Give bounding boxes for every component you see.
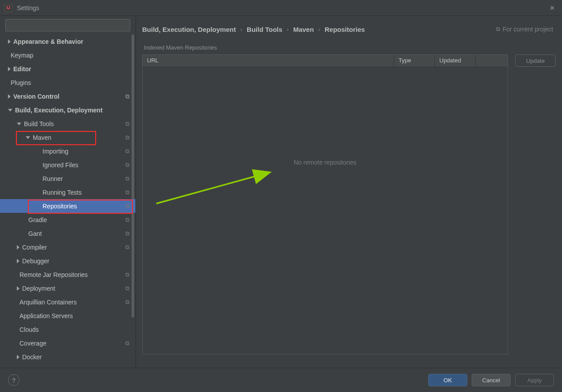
tree-coverage[interactable]: Coverage⧉ xyxy=(0,336,136,350)
titlebar: IJ Settings ✕ xyxy=(0,0,562,16)
tree-label: Deployment xyxy=(22,285,55,292)
tree-remote-jar[interactable]: Remote Jar Repositories⧉ xyxy=(0,268,136,281)
tree-clouds[interactable]: Clouds xyxy=(0,323,136,336)
for-current-project: ⧉ For current project xyxy=(496,26,553,33)
tree-label: Application Servers xyxy=(19,312,73,319)
col-url[interactable]: URL xyxy=(143,55,394,67)
tree-label: Importing xyxy=(43,148,68,155)
tree-label: Gradle xyxy=(28,216,47,223)
window-title: Settings xyxy=(17,4,39,12)
tree-label: Repositories xyxy=(43,203,77,210)
bottombar: ? OK Cancel Apply xyxy=(0,368,562,392)
col-updated[interactable]: Updated xyxy=(435,55,476,67)
copy-icon: ⧉ xyxy=(125,148,129,155)
tree-keymap[interactable]: Keymap xyxy=(0,48,136,62)
copy-icon: ⧉ xyxy=(125,216,129,223)
tree-runner[interactable]: Runner⧉ xyxy=(0,172,136,185)
chevron-right-icon: › xyxy=(240,26,242,33)
tree-docker[interactable]: Docker xyxy=(0,350,136,364)
sidebar: ⌕ Appearance & Behavior Keymap Editor Pl… xyxy=(0,16,136,368)
tree-build-tools[interactable]: Build Tools⧉ xyxy=(0,117,136,131)
intellij-icon: IJ xyxy=(4,4,12,12)
copy-icon: ⧉ xyxy=(125,93,129,100)
tree-running-tests[interactable]: Running Tests⧉ xyxy=(0,185,136,199)
help-icon[interactable]: ? xyxy=(8,374,19,386)
tree-label: Clouds xyxy=(19,326,39,333)
close-icon[interactable]: ✕ xyxy=(547,3,558,13)
breadcrumb-a[interactable]: Build, Execution, Deployment xyxy=(142,26,236,33)
tree-importing[interactable]: Importing⧉ xyxy=(0,144,136,158)
col-type[interactable]: Type xyxy=(394,55,435,67)
tree-repositories[interactable]: Repositories⧉ xyxy=(0,199,136,213)
tree-debugger[interactable]: Debugger xyxy=(0,254,136,268)
tree-ignored[interactable]: Ignored Files⧉ xyxy=(0,158,136,172)
tree-label: Runner xyxy=(43,175,63,182)
tree-bed[interactable]: Build, Execution, Deployment xyxy=(0,103,136,117)
repositories-table: URL Type Updated No remote repositories xyxy=(142,54,508,354)
tree-label: Docker xyxy=(22,354,42,361)
tree-label: Remote Jar Repositories xyxy=(19,271,88,278)
apply-button[interactable]: Apply xyxy=(515,374,554,386)
tree-label: Appearance & Behavior xyxy=(13,38,83,45)
copy-icon: ⧉ xyxy=(125,175,129,182)
tree-appearance[interactable]: Appearance & Behavior xyxy=(0,35,136,48)
tree-editor[interactable]: Editor xyxy=(0,62,136,76)
tree-label: Editor xyxy=(13,65,31,73)
tree-gradle[interactable]: Gradle⧉ xyxy=(0,213,136,227)
chevron-right-icon: › xyxy=(318,26,320,33)
tree-arquillian[interactable]: Arquillian Containers⧉ xyxy=(0,295,136,309)
tree-gant[interactable]: Gant⧉ xyxy=(0,227,136,240)
main-layout: ⌕ Appearance & Behavior Keymap Editor Pl… xyxy=(0,16,562,368)
ok-button[interactable]: OK xyxy=(428,374,467,386)
copy-icon: ⧉ xyxy=(496,26,500,33)
tree-label: Keymap xyxy=(11,52,33,59)
copy-icon: ⧉ xyxy=(125,271,129,278)
search-wrap: ⌕ xyxy=(0,16,136,35)
tree-label: Version Control xyxy=(13,93,59,100)
copy-icon: ⧉ xyxy=(125,230,129,237)
chevron-right-icon: › xyxy=(287,26,289,33)
copy-icon: ⧉ xyxy=(125,189,129,196)
tree-vcs[interactable]: Version Control⧉ xyxy=(0,89,136,103)
tree-compiler[interactable]: Compiler⧉ xyxy=(0,240,136,254)
tree-plugins[interactable]: Plugins xyxy=(0,76,136,89)
breadcrumb-b[interactable]: Build Tools xyxy=(247,26,283,33)
tree-label: Running Tests xyxy=(43,189,81,196)
col-blank xyxy=(476,55,508,67)
copy-icon: ⧉ xyxy=(125,120,129,127)
for-current-project-label: For current project xyxy=(503,26,553,33)
table-header: URL Type Updated xyxy=(143,55,508,67)
breadcrumbs: Build, Execution, Deployment › Build Too… xyxy=(136,16,562,42)
tree-maven[interactable]: Maven⧉ xyxy=(0,131,136,144)
tree-label: Ignored Files xyxy=(43,161,78,169)
tree-label: Coverage xyxy=(19,340,47,347)
empty-repositories-message: No remote repositories xyxy=(143,67,508,354)
search-input[interactable] xyxy=(5,19,130,31)
tree-label: Plugins xyxy=(11,79,31,86)
copy-icon: ⧉ xyxy=(125,340,129,347)
update-button-wrap: Update xyxy=(515,54,556,354)
copy-icon: ⧉ xyxy=(125,285,129,292)
update-button[interactable]: Update xyxy=(515,54,556,67)
tree-deployment[interactable]: Deployment⧉ xyxy=(0,281,136,295)
section-title: Indexed Maven Repositories xyxy=(144,44,554,51)
copy-icon: ⧉ xyxy=(125,134,129,141)
tree-label: Arquillian Containers xyxy=(19,299,77,306)
tree-label: Gant xyxy=(28,230,42,237)
content-area: Build, Execution, Deployment › Build Too… xyxy=(136,16,562,368)
tree-label: Build Tools xyxy=(24,120,54,127)
settings-tree: Appearance & Behavior Keymap Editor Plug… xyxy=(0,35,136,368)
copy-icon: ⧉ xyxy=(125,161,129,169)
cancel-button[interactable]: Cancel xyxy=(472,374,511,386)
tree-label: Build, Execution, Deployment xyxy=(15,107,103,114)
breadcrumb-c[interactable]: Maven xyxy=(293,26,314,33)
breadcrumb-d: Repositories xyxy=(325,26,365,33)
repositories-section: Indexed Maven Repositories xyxy=(142,42,556,54)
tree-label: Debugger xyxy=(22,257,50,265)
copy-icon: ⧉ xyxy=(125,299,129,306)
copy-icon: ⧉ xyxy=(125,203,129,210)
tree-label: Maven xyxy=(33,134,51,141)
copy-icon: ⧉ xyxy=(125,244,129,251)
repo-area: URL Type Updated No remote repositories … xyxy=(142,54,556,354)
tree-app-servers[interactable]: Application Servers xyxy=(0,309,136,323)
